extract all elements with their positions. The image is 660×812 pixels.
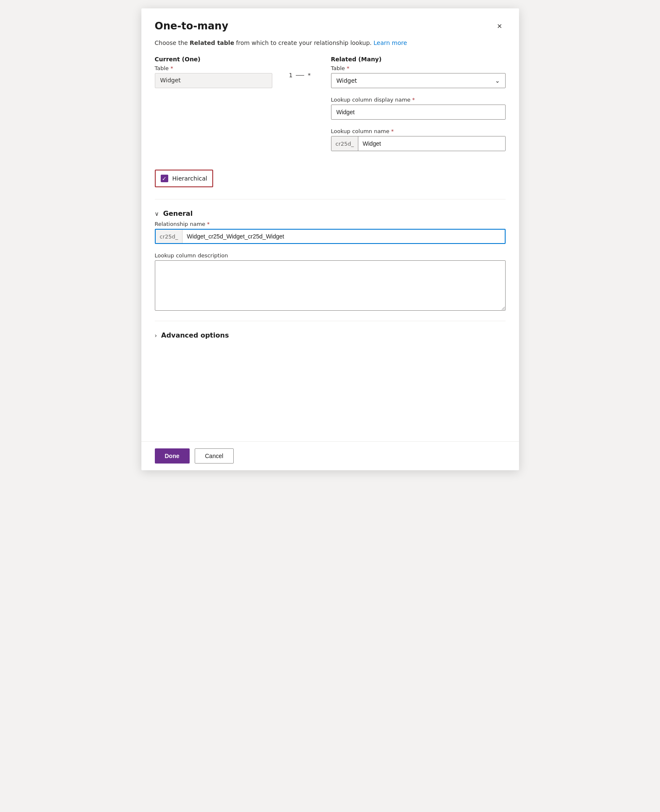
current-table-input: Widget (155, 73, 272, 88)
lookup-description-input[interactable] (155, 260, 506, 311)
done-button[interactable]: Done (155, 448, 190, 464)
relationship-columns: Current (One) Table * Widget 1 * Related… (155, 56, 506, 160)
related-table-required: * (347, 65, 350, 71)
connector-dash (296, 75, 304, 76)
dialog-footer: Done Cancel (141, 441, 519, 470)
general-chevron-icon: ∨ (155, 210, 159, 217)
advanced-section-label: Advanced options (161, 331, 229, 339)
lookup-display-field: Lookup column display name * (331, 97, 506, 120)
one-to-many-dialog: One-to-many × Choose the Related table f… (141, 8, 519, 470)
lookup-name-required: * (391, 128, 394, 134)
current-section-label: Current (One) (155, 56, 272, 63)
general-section: ∨ General Relationship name * cr25d_ Loo… (155, 206, 506, 312)
chevron-down-icon: ⌄ (495, 77, 500, 84)
description-text-after: from which to create your relationship l… (234, 39, 372, 46)
section-divider-1 (155, 199, 506, 199)
general-section-toggle[interactable]: ∨ General (155, 206, 506, 221)
relationship-name-required: * (207, 221, 210, 227)
description-bold: Related table (190, 39, 234, 46)
learn-more-link[interactable]: Learn more (373, 39, 407, 46)
description-text-before: Choose the (155, 39, 190, 46)
dialog-header: One-to-many × (141, 8, 519, 39)
lookup-name-prefix: cr25d_ (331, 136, 359, 151)
lookup-name-label: Lookup column name * (331, 128, 506, 134)
section-divider-2 (155, 321, 506, 321)
general-section-label: General (163, 210, 193, 217)
advanced-options-toggle[interactable]: › Advanced options (155, 328, 506, 343)
related-many-column: Related (Many) Table * Widget ⌄ Lookup (331, 56, 506, 160)
lookup-display-input[interactable] (331, 105, 506, 120)
current-one-column: Current (One) Table * Widget (155, 56, 272, 88)
lookup-name-input[interactable] (358, 136, 505, 151)
relationship-name-field: Relationship name * cr25d_ (155, 221, 506, 244)
lookup-description-field: Lookup column description (155, 252, 506, 312)
connector-many: * (308, 72, 310, 79)
relationship-connector: 1 * (289, 56, 314, 79)
related-section-label: Related (Many) (331, 56, 506, 63)
hierarchical-label: Hierarchical (172, 175, 207, 182)
hierarchical-checkbox-wrapper[interactable]: ✓ Hierarchical (155, 170, 213, 187)
related-table-select[interactable]: Widget ⌄ (331, 73, 506, 88)
current-table-required: * (170, 65, 173, 71)
relationship-name-label: Relationship name * (155, 221, 506, 227)
current-table-label: Table * (155, 65, 272, 71)
lookup-display-required: * (412, 97, 415, 103)
cancel-button[interactable]: Cancel (195, 448, 234, 464)
hierarchical-section: ✓ Hierarchical (155, 170, 506, 191)
lookup-name-field: Lookup column name * cr25d_ (331, 128, 506, 151)
related-table-field: Table * Widget ⌄ (331, 65, 506, 88)
hierarchical-checkbox[interactable]: ✓ (161, 175, 168, 182)
close-button[interactable]: × (494, 20, 506, 32)
relationship-name-input-wrapper: cr25d_ (155, 229, 506, 244)
spacer (141, 392, 519, 442)
lookup-description-label: Lookup column description (155, 252, 506, 259)
dialog-title: One-to-many (155, 20, 229, 32)
checkbox-check-icon: ✓ (162, 176, 167, 181)
advanced-chevron-icon: › (155, 332, 157, 339)
lookup-display-label: Lookup column display name * (331, 97, 506, 103)
related-table-value: Widget (337, 77, 357, 84)
dialog-description: Choose the Related table from which to c… (141, 39, 519, 56)
dialog-body: Current (One) Table * Widget 1 * Related… (141, 56, 519, 392)
connector-one: 1 (289, 72, 293, 79)
lookup-name-input-wrapper: cr25d_ (331, 136, 506, 151)
relationship-name-input[interactable] (183, 230, 504, 243)
related-table-label: Table * (331, 65, 506, 71)
relationship-name-prefix: cr25d_ (156, 230, 183, 243)
